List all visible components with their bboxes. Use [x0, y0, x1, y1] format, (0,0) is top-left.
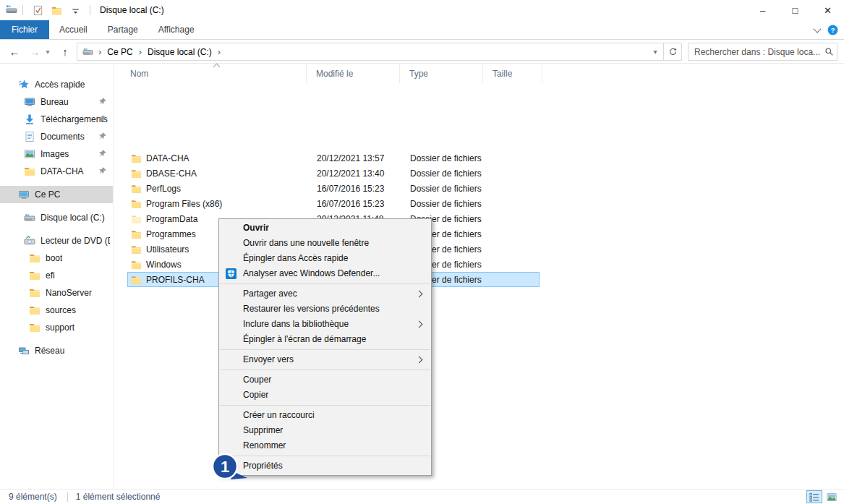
- help-icon[interactable]: ?: [827, 25, 838, 35]
- close-button[interactable]: ✕: [811, 0, 844, 20]
- file-row-data-cha[interactable]: DATA-CHA20/12/2021 13:57Dossier de fichi…: [127, 150, 540, 166]
- breadcrumb[interactable]: ›Ce PC›Disque local (C:)› ▾: [77, 43, 682, 61]
- new-folder-icon[interactable]: [50, 4, 63, 17]
- pin-icon[interactable]: [98, 114, 107, 124]
- column-header-nom[interactable]: Nom: [116, 64, 307, 83]
- column-header-type[interactable]: Type: [400, 64, 483, 83]
- menu-item-inclure-dans-la-biblioth-que[interactable]: Inclure dans la bibliothèque: [219, 317, 431, 332]
- menu-item-copier[interactable]: Copier: [219, 388, 431, 403]
- properties-icon[interactable]: [31, 4, 44, 17]
- back-button[interactable]: ←: [6, 43, 23, 60]
- file-name: PerfLogs: [146, 184, 181, 194]
- sidebar-item-ce-pc[interactable]: Ce PC: [0, 186, 113, 203]
- sidebar-item-bureau[interactable]: Bureau: [0, 93, 113, 111]
- menu-item-restaurer-les-versions-pr-c-dentes[interactable]: Restaurer les versions précédentes: [219, 302, 431, 317]
- menu-item--pingler-l-cran-de-d-marrage[interactable]: Épingler à l'écran de démarrage: [219, 332, 431, 347]
- folder-icon: [29, 304, 41, 316]
- menu-item-ouvrir[interactable]: Ouvrir: [219, 221, 431, 236]
- menu-separator: [220, 283, 430, 284]
- sidebar-item-sources[interactable]: sources: [0, 302, 113, 319]
- title-bar: Disque local (C:) – □ ✕: [0, 0, 844, 20]
- breadcrumb-separator-icon[interactable]: ›: [134, 46, 147, 57]
- sidebar-item-acc-s-rapide[interactable]: Accès rapide: [0, 76, 113, 93]
- tab-accueil[interactable]: Accueil: [49, 20, 98, 39]
- up-button[interactable]: ↑: [56, 43, 74, 60]
- sidebar-item-nanoserver[interactable]: NanoServer: [0, 284, 113, 302]
- divider: [90, 5, 90, 15]
- sidebar-item-label: Bureau: [41, 97, 69, 107]
- menu-item-propri-t-s[interactable]: Propriétés: [219, 458, 431, 474]
- menu-item-renommer[interactable]: Renommer: [219, 438, 431, 453]
- menu-item-label: Créer un raccourci: [243, 410, 315, 420]
- menu-item-label: Épingler dans Accès rapide: [243, 253, 348, 263]
- menu-item-label: Renommer: [243, 440, 286, 450]
- svg-text:?: ?: [831, 27, 835, 34]
- search-input[interactable]: [689, 47, 821, 57]
- forward-button[interactable]: →: [26, 43, 43, 60]
- pin-icon[interactable]: [98, 149, 107, 158]
- menu-item-partager-avec[interactable]: Partager avec: [219, 286, 431, 302]
- menu-item-label: Épingler à l'écran de démarrage: [243, 334, 366, 344]
- file-row-dbase-cha[interactable]: DBASE-CHA20/12/2021 13:40Dossier de fich…: [127, 166, 540, 181]
- tab-affichage[interactable]: Affichage: [148, 20, 205, 39]
- column-header-taille[interactable]: Taille: [483, 64, 542, 83]
- sidebar-item-label: boot: [46, 253, 62, 263]
- menu-item-couper[interactable]: Couper: [219, 372, 431, 388]
- menu-item-analyser-avec-windows-defender-[interactable]: Analyser avec Windows Defender...: [219, 266, 431, 281]
- file-row-perflogs[interactable]: PerfLogs16/07/2016 15:23Dossier de fichi…: [127, 181, 540, 196]
- address-dropdown-icon[interactable]: ▾: [647, 48, 663, 56]
- tab-fichier[interactable]: Fichier: [0, 20, 49, 39]
- sidebar-item-label: Lecteur de DVD (D:) S: [41, 236, 110, 246]
- sidebar-item-t-l-chargements[interactable]: Téléchargements: [0, 111, 113, 128]
- menu-item-label: Copier: [243, 390, 268, 400]
- sidebar-item-lecteur-de-dvd-d-s[interactable]: Lecteur de DVD (D:) S: [0, 232, 113, 249]
- breadcrumb-segment[interactable]: Ce PC: [106, 47, 133, 57]
- thumbnail-view-button[interactable]: [824, 490, 840, 503]
- maximize-button[interactable]: □: [779, 0, 811, 20]
- defender-icon: [226, 268, 236, 279]
- sidebar-item-label: DATA-CHA: [41, 166, 84, 176]
- file-row-program-files-x86-[interactable]: Program Files (x86)16/07/2016 15:23Dossi…: [127, 196, 540, 211]
- menu-item-label: Ouvrir dans une nouvelle fenêtre: [243, 238, 369, 248]
- pin-icon[interactable]: [98, 132, 107, 141]
- sidebar-item-boot[interactable]: boot: [0, 249, 113, 267]
- file-type: Dossier de fichiers: [401, 168, 484, 179]
- file-modified: 20/12/2021 13:57: [307, 153, 401, 163]
- customize-toolbar-icon[interactable]: [69, 4, 82, 17]
- refresh-icon[interactable]: [664, 47, 681, 56]
- expand-ribbon-icon[interactable]: [813, 25, 821, 33]
- submenu-arrow-icon: [416, 321, 423, 328]
- file-modified: 16/07/2016 15:23: [307, 184, 401, 194]
- sidebar-item-support[interactable]: support: [0, 319, 113, 336]
- search-icon[interactable]: [821, 47, 837, 56]
- menu-item-cr-er-un-raccourci[interactable]: Créer un raccourci: [219, 408, 431, 423]
- menu-separator: [220, 405, 430, 406]
- breadcrumb-separator-icon[interactable]: ›: [213, 46, 226, 57]
- tab-partage[interactable]: Partage: [98, 20, 148, 39]
- folder-icon: [29, 287, 41, 299]
- minimize-button[interactable]: –: [746, 0, 779, 20]
- sidebar-item-documents[interactable]: Documents: [0, 128, 113, 145]
- sidebar-item-r-seau[interactable]: Réseau: [0, 342, 113, 359]
- computer-icon: [18, 189, 30, 200]
- sidebar-item-images[interactable]: Images: [0, 145, 113, 163]
- sidebar-item-label: efi: [46, 270, 55, 281]
- file-name: ProgramData: [146, 214, 197, 224]
- sidebar-item-disque-local-c-[interactable]: Disque local (C:): [0, 209, 113, 226]
- file-name: Utilisateurs: [146, 244, 189, 255]
- drive-icon: [24, 212, 35, 223]
- folder-icon: [131, 229, 142, 239]
- breadcrumb-segment[interactable]: Disque local (C:): [147, 47, 213, 57]
- menu-item-envoyer-vers[interactable]: Envoyer vers: [219, 352, 431, 367]
- menu-item-supprimer[interactable]: Supprimer: [219, 423, 431, 438]
- pin-icon[interactable]: [98, 97, 107, 106]
- column-header-modifi-le[interactable]: Modifié le: [307, 64, 400, 83]
- details-view-button[interactable]: [806, 490, 822, 503]
- sidebar-item-efi[interactable]: efi: [0, 267, 113, 284]
- menu-item--pingler-dans-acc-s-rapide[interactable]: Épingler dans Accès rapide: [219, 251, 431, 266]
- folder-icon: [131, 168, 142, 179]
- recent-locations-icon[interactable]: ▾: [42, 43, 54, 60]
- sidebar-item-data-cha[interactable]: DATA-CHA: [0, 163, 113, 180]
- pin-icon[interactable]: [98, 166, 107, 176]
- menu-item-ouvrir-dans-une-nouvelle-fen-tre[interactable]: Ouvrir dans une nouvelle fenêtre: [219, 236, 431, 251]
